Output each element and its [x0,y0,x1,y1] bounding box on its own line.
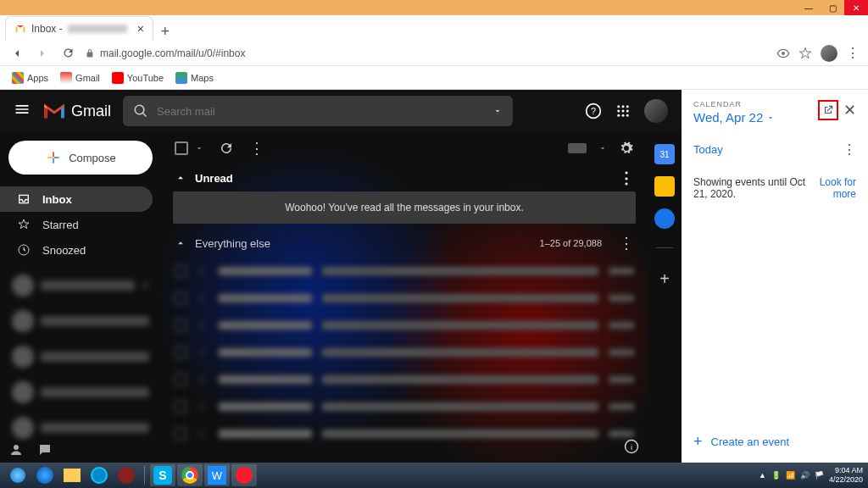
chat-item[interactable] [12,307,149,336]
tasks-sidepanel-icon[interactable] [654,208,675,229]
reload-button[interactable] [59,45,76,62]
maximize-button[interactable]: ▢ [821,0,844,15]
close-panel-button[interactable]: ✕ [843,101,856,119]
input-tool-dropdown-icon[interactable] [598,144,607,152]
account-avatar[interactable] [644,99,668,123]
eye-icon[interactable] [776,47,790,60]
taskbar-opera-icon[interactable] [231,464,257,486]
chat-item[interactable] [12,378,149,407]
email-row[interactable]: ☆ [161,258,648,285]
sidebar-item-inbox[interactable]: Inbox [0,186,153,212]
close-window-button[interactable]: ✕ [844,0,868,15]
calendar-sidepanel-icon[interactable]: 31 [654,144,675,164]
youtube-bookmark[interactable]: YouTube [112,72,164,84]
clock-icon [17,243,31,257]
back-button[interactable] [8,45,25,62]
keep-sidepanel-icon[interactable] [654,176,675,197]
tray-flag-icon[interactable]: 🏳️ [815,471,824,480]
browser-tab[interactable]: Inbox - × [5,16,153,41]
bookmark-star-icon[interactable] [798,47,812,60]
create-event-button[interactable]: + Create an event [693,433,856,451]
svg-point-10 [622,114,625,117]
section-menu-icon[interactable]: ⋮ [619,169,634,187]
taskbar-app-icon[interactable] [114,464,139,486]
tray-show-hidden-icon[interactable]: ▲ [759,471,766,480]
calendar-menu-icon[interactable]: ⋮ [843,141,856,158]
calendar-date-picker[interactable]: Wed, Apr 22 [693,110,818,125]
look-for-more-link[interactable]: Look formore [820,176,856,200]
refresh-icon[interactable] [219,141,234,156]
taskbar-skype-icon[interactable]: S [150,464,175,486]
maps-bookmark[interactable]: Maps [175,72,214,84]
tab-close-icon[interactable]: × [137,22,144,36]
search-bar[interactable] [123,96,513,126]
person-icon[interactable] [8,442,24,458]
youtube-icon [112,72,124,84]
tray-icon[interactable]: 📶 [786,471,795,480]
chat-item[interactable]: + [12,271,149,300]
select-dropdown-icon[interactable] [195,144,203,152]
taskbar-app-icon[interactable]: W [204,464,230,486]
svg-point-7 [622,110,625,113]
input-tool-icon[interactable] [568,143,587,153]
forward-button[interactable] [34,45,51,62]
email-row[interactable]: ☆ [161,366,648,393]
email-row[interactable]: ☆ [161,339,648,366]
svg-point-4 [622,105,625,108]
email-row[interactable]: ☆ [161,420,648,447]
lock-icon [85,48,95,58]
email-row[interactable]: ☆ [161,393,648,420]
gmail-icon [60,72,72,84]
gmail-logo[interactable]: Gmail [42,102,111,120]
help-icon[interactable]: ? [585,103,602,119]
email-row[interactable]: ☆ [161,285,648,312]
open-external-button[interactable] [818,100,838,120]
search-input[interactable] [157,105,484,118]
tray-volume-icon[interactable]: 🔊 [800,471,810,480]
search-icon [133,103,148,119]
chevron-up-icon [175,172,186,184]
menu-button[interactable] [14,101,31,121]
compose-button[interactable]: Compose [8,141,153,175]
profile-avatar[interactable] [821,45,837,62]
chat-item[interactable] [12,342,149,371]
taskbar-explorer-icon[interactable] [59,464,85,486]
gmail-app: Gmail ? Compose Inbox Starred Sn [0,90,682,463]
taskbar-clock[interactable]: 9:04 AM 4/22/2020 [829,466,863,485]
chevron-up-icon [175,237,186,249]
mail-toolbar: ⋮ [161,132,648,164]
browser-menu-icon[interactable]: ⋮ [846,45,860,61]
select-all-checkbox[interactable] [175,141,188,155]
minimize-button[interactable]: — [797,0,821,15]
more-icon[interactable]: ⋮ [249,139,264,158]
settings-icon[interactable] [619,141,634,156]
url-field[interactable]: mail.google.com/mail/u/0/#inbox [85,47,768,59]
email-row[interactable]: ☆ [161,312,648,339]
apps-bookmark[interactable]: Apps [12,72,48,84]
svg-text:i: i [631,442,632,452]
system-tray: ▲ 🔋 📶 🔊 🏳️ 9:04 AM 4/22/2020 [759,466,863,485]
url-text: mail.google.com/mail/u/0/#inbox [100,47,245,59]
taskbar-ie-icon[interactable] [32,464,58,486]
info-icon[interactable]: i [624,439,639,454]
unread-section-header[interactable]: Unread ⋮ [161,164,648,191]
chat-bubble-icon[interactable] [37,442,53,458]
start-button[interactable] [5,464,31,486]
email-count: 1–25 of 29,088 [540,238,602,248]
tab-title: Inbox - [31,23,63,35]
add-sidepanel-icon[interactable]: + [654,269,675,289]
sidebar-item-starred[interactable]: Starred [0,212,153,237]
tray-icon[interactable]: 🔋 [771,471,781,480]
search-options-icon[interactable] [492,106,503,116]
taskbar-chrome-icon[interactable] [177,464,203,486]
today-link[interactable]: Today [693,143,723,156]
sidebar-item-snoozed[interactable]: Snoozed [0,237,153,263]
apps-icon[interactable] [615,103,631,119]
section-menu-icon[interactable]: ⋮ [619,234,634,252]
everything-section-header[interactable]: Everything else 1–25 of 29,088 ⋮ [161,229,648,258]
gmail-bookmark[interactable]: Gmail [60,72,100,84]
tab-email-blurred [68,25,127,33]
new-tab-button[interactable]: + [153,23,177,41]
chat-item[interactable] [12,413,149,442]
taskbar-app-icon[interactable] [86,464,112,486]
